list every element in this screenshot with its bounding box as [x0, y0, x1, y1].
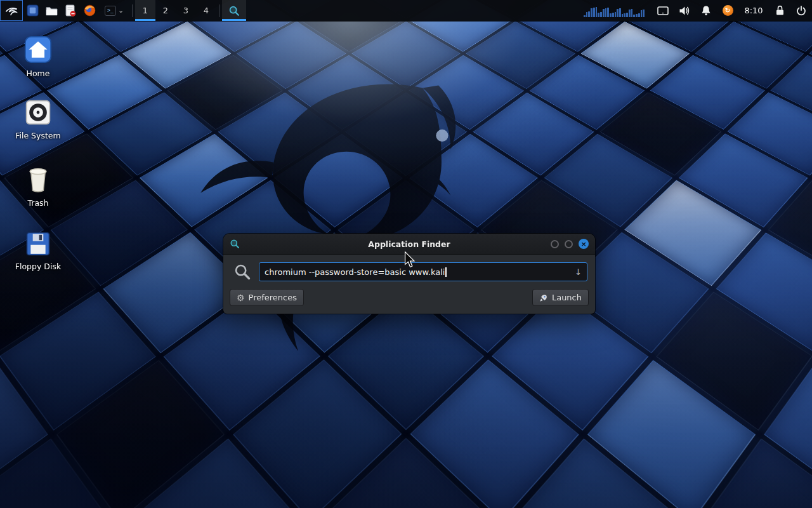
monitor-bar: [636, 14, 638, 17]
display-settings-tray-button[interactable]: [652, 0, 674, 21]
wallpaper-cube-grid: [0, 0, 812, 178]
monitor-bar: [584, 15, 586, 17]
monitor-bar: [643, 10, 645, 17]
floppy-disk-icon: [25, 231, 51, 257]
monitor-bar: [629, 10, 631, 17]
workspace-button-4[interactable]: 4: [196, 0, 216, 21]
text-editor-icon: [65, 4, 76, 17]
application-finder-window: Application Finder × chromium --password…: [223, 234, 595, 314]
desktop-icon-trash[interactable]: Trash: [6, 166, 70, 208]
logout-tray-button[interactable]: [790, 0, 812, 21]
preferences-button-label: Preferences: [249, 293, 297, 302]
monitor-bar: [617, 9, 619, 17]
firefox-icon: [84, 4, 96, 17]
gear-icon: ⚙: [237, 293, 245, 302]
notifications-tray-button[interactable]: [695, 0, 717, 21]
system-monitor-graph[interactable]: [584, 4, 645, 17]
desktop-icon-floppy-disk[interactable]: Floppy Disk: [6, 231, 70, 271]
launch-button[interactable]: Launch: [532, 289, 589, 306]
desktop-icon-label: Floppy Disk: [15, 262, 61, 271]
chevron-down-icon: ⌄: [118, 6, 124, 15]
monitor-bar: [607, 8, 609, 17]
desktop-root: Home File System Trash Floppy Disk: [0, 0, 812, 508]
bell-icon: [701, 5, 711, 16]
update-indicator-icon: ↻: [723, 5, 733, 16]
monitor-bar: [596, 7, 598, 17]
taskbar-application-finder-button[interactable]: [222, 0, 246, 21]
monitor-bar: [622, 14, 624, 17]
button-row: ⚙ Preferences Launch: [223, 281, 595, 306]
kali-logo-icon: [4, 4, 18, 18]
monitor-bar: [586, 12, 588, 17]
monitor-bar: [610, 13, 612, 17]
panel-spacer: [246, 0, 584, 21]
launch-button-label: Launch: [552, 293, 582, 302]
desktop-icon-label: Home: [27, 69, 50, 78]
text-editor-button[interactable]: [61, 0, 80, 21]
top-panel: >_ ⌄ 1 2 3 4: [0, 0, 812, 21]
monitor-bar: [591, 8, 593, 17]
text-caret: [445, 267, 447, 277]
workspace-button-2[interactable]: 2: [155, 0, 176, 21]
monitor-bar: [619, 8, 621, 17]
monitor-bar: [641, 10, 643, 17]
panel-separator: [219, 4, 219, 17]
kali-menu-button[interactable]: [0, 0, 23, 21]
file-manager-button[interactable]: [42, 0, 61, 21]
search-icon: [228, 5, 240, 17]
speaker-icon: [679, 6, 690, 16]
updates-tray-button[interactable]: ↻: [717, 0, 738, 21]
monitor-bar: [631, 9, 633, 17]
search-icon: [233, 263, 251, 281]
firefox-button[interactable]: [80, 0, 99, 21]
search-row: chromium --password-store=basic www.kali…: [223, 255, 595, 281]
monitor-bar: [638, 13, 640, 17]
window-title: Application Finder: [223, 239, 595, 249]
monitor-bar: [615, 12, 617, 17]
show-desktop-button[interactable]: [23, 0, 42, 21]
monitor-bar: [605, 8, 607, 17]
terminal-icon: >_: [105, 6, 116, 16]
monitor-bar: [600, 12, 602, 17]
monitor-bar: [588, 11, 590, 17]
monitor-bar: [633, 15, 635, 17]
close-button[interactable]: ×: [579, 239, 589, 249]
launch-rocket-icon: [539, 293, 548, 302]
file-system-icon: [25, 99, 51, 126]
command-input[interactable]: chromium --password-store=basic www.kali…: [259, 262, 587, 281]
monitor-bar: [598, 13, 599, 17]
workspace-button-3[interactable]: 3: [176, 0, 196, 21]
panel-clock[interactable]: 8:10: [738, 0, 769, 21]
desktop-icon-label: File System: [15, 131, 61, 140]
folder-icon: [46, 6, 58, 16]
lock-icon: [775, 5, 785, 16]
monitor-bar: [612, 13, 614, 17]
preferences-button[interactable]: ⚙ Preferences: [230, 289, 304, 306]
dropdown-arrow-icon[interactable]: ↓: [571, 267, 582, 277]
maximize-button[interactable]: [565, 240, 573, 248]
screen-lock-tray-button[interactable]: [769, 0, 790, 21]
volume-tray-button[interactable]: [674, 0, 695, 21]
minimize-button[interactable]: [551, 240, 559, 248]
trash-icon: [26, 166, 50, 193]
window-title-icon: [230, 239, 240, 249]
window-icon: [27, 4, 39, 17]
home-icon: [24, 36, 52, 64]
titlebar[interactable]: Application Finder ×: [223, 234, 595, 255]
monitor-bar: [603, 9, 605, 17]
workspace-button-1[interactable]: 1: [135, 0, 155, 21]
display-icon: [657, 6, 669, 15]
monitor-bar: [624, 13, 625, 17]
desktop-icon-home[interactable]: Home: [6, 36, 70, 78]
monitor-bar: [593, 8, 595, 17]
desktop-icon-file-system[interactable]: File System: [6, 99, 70, 140]
panel-separator: [132, 4, 133, 17]
monitor-bar: [626, 13, 628, 17]
close-icon: ×: [580, 241, 586, 248]
command-input-value: chromium --password-store=basic www.kali: [265, 267, 445, 277]
terminal-launcher-button[interactable]: >_ ⌄: [99, 0, 129, 21]
desktop-icon-label: Trash: [27, 198, 48, 208]
power-icon: [796, 6, 806, 16]
